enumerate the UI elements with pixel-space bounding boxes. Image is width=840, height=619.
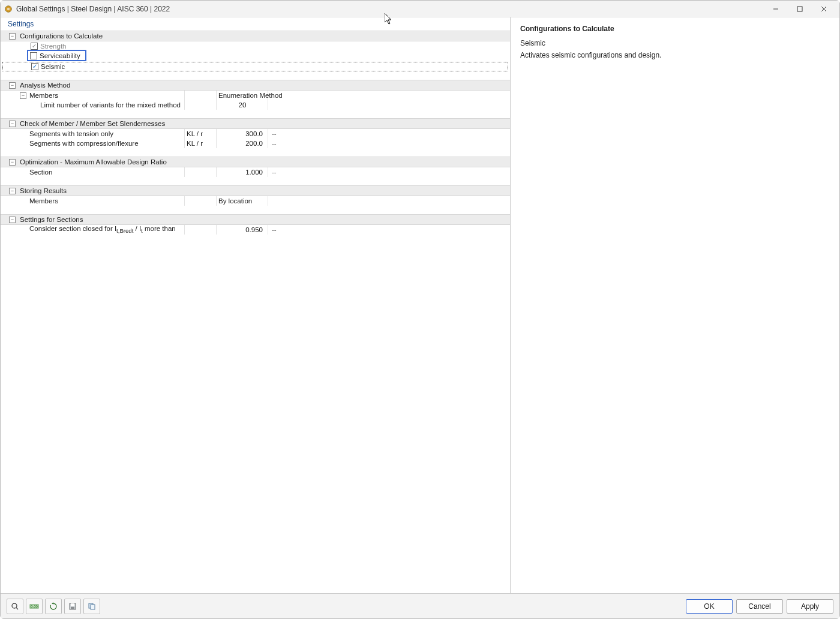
svg-marker-10 (52, 602, 53, 605)
svg-rect-3 (797, 7, 802, 11)
maximize-button[interactable] (788, 1, 812, 17)
serviceability-label: Serviceability (40, 52, 83, 59)
closed-label: Consider section closed for It,Bredt / I… (29, 225, 176, 234)
cancel-button[interactable]: Cancel (736, 599, 783, 614)
app-icon (4, 5, 13, 13)
svg-rect-15 (91, 605, 95, 609)
group-slenderness[interactable]: − Check of Member / Member Set Slenderne… (1, 118, 510, 129)
group-optimization[interactable]: − Optimization - Maximum Allowable Desig… (1, 157, 510, 167)
group-sections[interactable]: − Settings for Sections (1, 214, 510, 225)
storing-value: By location (218, 197, 252, 205)
analysis-limit-row[interactable]: Limit number of variants for the mixed m… (1, 100, 510, 110)
save-tool-button[interactable] (64, 599, 81, 614)
group-storing[interactable]: − Storing Results (1, 185, 510, 196)
minimize-button[interactable] (764, 1, 788, 17)
group-configurations[interactable]: − Configurations to Calculate (1, 31, 510, 41)
slenderness-tension-row[interactable]: Segments with tension only KL / r 300.0 … (1, 129, 510, 139)
slenderness-compression-row[interactable]: Segments with compression/flexure KL / r… (1, 139, 510, 148)
strength-checkbox[interactable] (31, 43, 38, 50)
close-button[interactable] (812, 1, 836, 17)
settings-grid: − Configurations to Calculate Strength S… (1, 31, 510, 593)
analysis-members-row[interactable]: − Members Enumeration Method (1, 91, 510, 100)
ok-button[interactable]: OK (686, 599, 733, 614)
help-title: Configurations to Calculate (520, 25, 830, 33)
config-seismic-row[interactable]: Seismic (2, 62, 508, 71)
settings-panel: Settings − Configurations to Calculate S… (1, 17, 511, 593)
strength-label: Strength (40, 43, 66, 50)
help-selected: Seismic (520, 39, 830, 47)
collapse-icon[interactable]: − (9, 33, 16, 40)
svg-text:0.00: 0.00 (31, 605, 38, 608)
tension-value: 300.0 (218, 130, 266, 137)
config-serviceability-row[interactable]: Serviceability (1, 51, 510, 62)
units-tool-button[interactable]: 0.00 (26, 599, 43, 614)
section-value: 1.000 (218, 169, 266, 176)
sections-closed-row[interactable]: Consider section closed for It,Bredt / I… (1, 225, 510, 235)
svg-rect-13 (71, 607, 74, 609)
collapse-icon[interactable]: − (9, 82, 16, 89)
apply-button[interactable]: Apply (787, 599, 833, 614)
serviceability-highlight: Serviceability (27, 50, 86, 61)
window-title: Global Settings | Steel Design | AISC 36… (16, 5, 170, 13)
svg-line-7 (16, 608, 18, 609)
footer: 0.00 OK Cancel Apply (1, 593, 839, 618)
collapse-icon[interactable]: − (9, 188, 16, 194)
copy-tool-button[interactable] (83, 599, 100, 614)
collapse-icon[interactable]: − (20, 92, 26, 99)
limit-value: 20 (218, 101, 266, 109)
serviceability-checkbox[interactable] (30, 52, 37, 59)
group-analysis[interactable]: − Analysis Method (1, 80, 510, 91)
reset-tool-button[interactable] (45, 599, 62, 614)
collapse-icon[interactable]: − (9, 217, 16, 223)
collapse-icon[interactable]: − (9, 121, 16, 127)
settings-tab[interactable]: Settings (1, 17, 510, 31)
search-tool-button[interactable] (7, 599, 23, 614)
compression-value: 200.0 (218, 140, 266, 147)
titlebar: Global Settings | Steel Design | AISC 36… (1, 1, 839, 17)
storing-members-row[interactable]: Members By location (1, 196, 510, 206)
seismic-label: Seismic (41, 63, 65, 70)
collapse-icon[interactable]: − (9, 159, 16, 166)
svg-rect-12 (71, 603, 74, 606)
seismic-checkbox[interactable] (31, 63, 38, 70)
help-panel: Configurations to Calculate Seismic Acti… (511, 17, 839, 593)
analysis-method-value: Enumeration Method (218, 92, 283, 99)
optimization-section-row[interactable]: Section 1.000 -- (1, 167, 510, 177)
svg-point-1 (7, 7, 10, 10)
help-description: Activates seismic configurations and des… (520, 51, 830, 59)
closed-value: 0.950 (218, 226, 266, 233)
svg-point-6 (12, 603, 17, 608)
